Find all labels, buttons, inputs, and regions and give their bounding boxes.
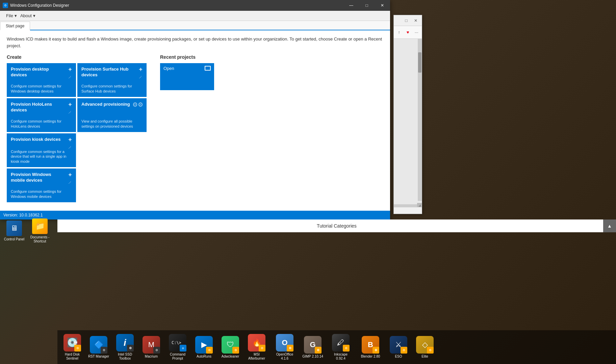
open-icon-rect xyxy=(205,66,211,71)
taskbar-row: 💽 ⚙ Hard DiskSentinel 🔷 ⚙ RST Manager i … xyxy=(57,330,616,364)
taskbar-rst-label: RST Manager xyxy=(88,355,109,359)
app-icon: ⚙ xyxy=(3,3,8,8)
tutorial-up-button[interactable]: ▲ xyxy=(603,219,616,232)
taskbar-autoruns-label: AutoRuns xyxy=(197,355,211,359)
taskbar-eso-label: ESO xyxy=(395,355,402,359)
shortcut-control-panel-label: Control Panel xyxy=(4,237,25,241)
recent-open-tile[interactable]: Open xyxy=(160,63,214,90)
desktop-shortcuts-area: 🖥 Control Panel 📁 Documents -Shortcut xyxy=(0,216,57,246)
tile-surface-hub-desc: Configure common settings for Surface Hu… xyxy=(81,84,143,94)
wand-icon-3: ✦⟋ xyxy=(68,101,73,115)
taskbar-icon-blender[interactable]: B ⚙ Blender 2.80 xyxy=(356,332,385,362)
taskbar-blender-label: Blender 2.80 xyxy=(361,355,380,359)
sw-content-scroll[interactable]: ◢ xyxy=(394,39,422,208)
tile-surface-hub-title: Provision Surface Hubdevices xyxy=(81,67,143,78)
wand-icon-1: ✦⟋ xyxy=(68,66,73,80)
taskbar-intel-label: Intel SSDToolbox xyxy=(118,353,132,361)
tile-hololens-title: Provision HoloLensdevices xyxy=(11,102,72,113)
taskbar-msi-label: MSIAfterburner xyxy=(248,353,265,361)
title-bar: ⚙ Windows Configuration Designer — □ ✕ xyxy=(0,0,390,11)
taskbar-icon-hdd[interactable]: 💽 ⚙ Hard DiskSentinel xyxy=(59,332,85,362)
tile-provision-kiosk[interactable]: Provision kiosk devices Configure common… xyxy=(7,133,76,167)
tile-provision-surface-hub[interactable]: Provision Surface Hubdevices Configure c… xyxy=(77,63,147,97)
favorites-icon-button[interactable]: ♥ xyxy=(404,28,412,37)
taskbar-icon-msi[interactable]: 🔥 ⚙ MSIAfterburner xyxy=(243,332,270,362)
tile-provision-desktop[interactable]: Provision desktopdevices Configure commo… xyxy=(7,63,76,97)
taskbar-inkscape-label: Inkscape0.92.4 xyxy=(334,353,348,361)
tile-mobile-title: Provision Windowsmobile devices xyxy=(11,172,72,183)
tile-hololens-desc: Configure common settings for HoloLens d… xyxy=(11,119,72,129)
taskbar-gimp-label: GIMP 2.10.14 xyxy=(302,355,323,359)
taskbar-icon-rst[interactable]: 🔷 ⚙ RST Manager xyxy=(85,332,112,362)
tile-provision-windows-mobile[interactable]: Provision Windowsmobile devices Configur… xyxy=(7,168,76,202)
wand-icon-5: ✦⟋ xyxy=(68,136,73,151)
menu-bar: File ▾ About ▾ xyxy=(0,11,390,21)
taskbar-icon-cmd[interactable]: C:\>_ ⚙ CommandPrompt xyxy=(164,332,191,362)
tab-bar: Start page xyxy=(0,21,390,30)
tile-advanced-desc: View and configure all possible settings… xyxy=(81,119,143,129)
second-window: □ ✕ ↑ ♥ ··· ◢ xyxy=(393,15,422,214)
taskbar-icon-elite[interactable]: ◇ ⚙ Elite xyxy=(412,332,438,362)
taskbar-macrium-label: Macrium xyxy=(145,355,158,359)
taskbar-icon-macrium[interactable]: M ⚙ Macrium xyxy=(138,332,164,362)
tile-provision-hololens[interactable]: Provision HoloLensdevices Configure comm… xyxy=(7,98,76,132)
recent-section-title: Recent projects xyxy=(160,54,214,60)
window-title: Windows Configuration Designer xyxy=(10,3,69,8)
create-section-title: Create xyxy=(7,54,147,60)
tutorial-panel: Tutorial Categories ▲ xyxy=(57,219,616,232)
tile-desktop-desc: Configure common settings for Windows de… xyxy=(11,84,72,94)
taskbar-icon-gimp[interactable]: G ⚙ GIMP 2.10.14 xyxy=(300,332,326,362)
taskbar-cmd-label: CommandPrompt xyxy=(170,353,185,361)
taskbar-icon-inkscape[interactable]: 🖊 ⚙ Inkscape0.92.4 xyxy=(326,332,356,362)
tile-mobile-desc: Configure common settings for Windows mo… xyxy=(11,189,72,199)
taskbar-adwcleaner-label: Adwcleaner xyxy=(222,355,239,359)
content-area: Windows ICD makes it easy to build and f… xyxy=(0,30,390,211)
open-label: Open xyxy=(163,66,174,71)
taskbar-icon-openoffice[interactable]: O ⚙ OpenOffice4.1.6 xyxy=(270,332,300,362)
gear-icon-tile: ⚙⚙ xyxy=(132,101,143,108)
close-button[interactable]: ✕ xyxy=(375,0,390,11)
tile-kiosk-title: Provision kiosk devices xyxy=(11,137,72,142)
shortcut-control-panel[interactable]: 🖥 Control Panel xyxy=(1,217,27,244)
tile-advanced-provisioning[interactable]: Advanced provisioning View and configure… xyxy=(77,98,147,132)
tab-start-page[interactable]: Start page xyxy=(0,22,30,30)
maximize-button[interactable]: □ xyxy=(359,0,375,11)
taskbar-icon-eso[interactable]: ⚔ ⚙ ESO xyxy=(385,332,412,362)
sw-close-button[interactable]: ✕ xyxy=(411,16,420,25)
about-menu[interactable]: About xyxy=(17,12,35,20)
taskbar-icon-adwcleaner[interactable]: 🛡 ⚙ Adwcleaner xyxy=(217,332,243,362)
tile-kiosk-desc: Configure common settings for a device t… xyxy=(11,149,72,164)
tutorial-title: Tutorial Categories xyxy=(317,223,357,229)
taskbar-elite-label: Elite xyxy=(421,355,428,359)
sw-maximize-button[interactable]: □ xyxy=(402,16,411,25)
minimize-button[interactable]: — xyxy=(343,0,359,11)
shortcut-documents[interactable]: 📁 Documents -Shortcut xyxy=(27,217,53,244)
taskbar-hdd-label: Hard DiskSentinel xyxy=(65,353,80,361)
more-options-button[interactable]: ··· xyxy=(412,28,420,37)
taskbar-openoffice-label: OpenOffice4.1.6 xyxy=(276,353,293,361)
tile-desktop-title: Provision desktopdevices xyxy=(11,67,72,78)
wand-icon-6: ✦⟋ xyxy=(68,171,73,186)
taskbar-icon-intel[interactable]: i ⚙ Intel SSDToolbox xyxy=(112,332,138,362)
shortcut-documents-label: Documents -Shortcut xyxy=(30,235,50,243)
wand-icon-2: ✦⟋ xyxy=(138,66,143,80)
intro-text: Windows ICD makes it easy to build and f… xyxy=(7,36,383,49)
version-bar: Version: 10.0.18362.1 xyxy=(0,211,390,219)
share-icon-button[interactable]: ↑ xyxy=(395,28,403,37)
taskbar-icon-autoruns[interactable]: ▶ ⚙ AutoRuns xyxy=(191,332,217,362)
